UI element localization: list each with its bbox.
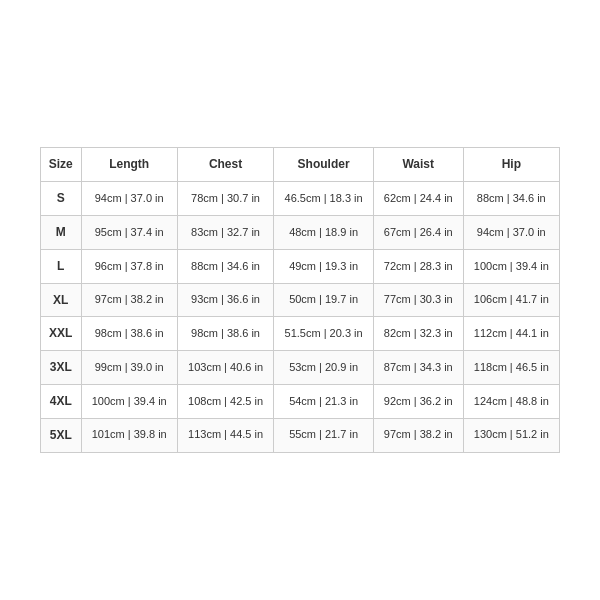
cell-waist-5: 87cm | 34.3 in: [373, 351, 463, 385]
cell-chest-2: 88cm | 34.6 in: [177, 249, 273, 283]
cell-length-1: 95cm | 37.4 in: [81, 216, 177, 250]
cell-length-0: 94cm | 37.0 in: [81, 182, 177, 216]
header-shoulder: Shoulder: [274, 148, 374, 182]
cell-length-7: 101cm | 39.8 in: [81, 418, 177, 452]
table-row: XL97cm | 38.2 in93cm | 36.6 in50cm | 19.…: [41, 283, 560, 317]
header-size: Size: [41, 148, 82, 182]
cell-waist-2: 72cm | 28.3 in: [373, 249, 463, 283]
cell-hip-5: 118cm | 46.5 in: [463, 351, 559, 385]
cell-shoulder-0: 46.5cm | 18.3 in: [274, 182, 374, 216]
cell-shoulder-2: 49cm | 19.3 in: [274, 249, 374, 283]
cell-length-3: 97cm | 38.2 in: [81, 283, 177, 317]
size-chart-wrapper: Size Length Chest Shoulder Waist Hip S94…: [20, 127, 580, 472]
cell-hip-7: 130cm | 51.2 in: [463, 418, 559, 452]
cell-hip-1: 94cm | 37.0 in: [463, 216, 559, 250]
cell-waist-6: 92cm | 36.2 in: [373, 384, 463, 418]
cell-chest-5: 103cm | 40.6 in: [177, 351, 273, 385]
table-row: L96cm | 37.8 in88cm | 34.6 in49cm | 19.3…: [41, 249, 560, 283]
cell-length-2: 96cm | 37.8 in: [81, 249, 177, 283]
cell-size-7: 5XL: [41, 418, 82, 452]
cell-chest-3: 93cm | 36.6 in: [177, 283, 273, 317]
table-row: XXL98cm | 38.6 in98cm | 38.6 in51.5cm | …: [41, 317, 560, 351]
header-length: Length: [81, 148, 177, 182]
table-row: 4XL100cm | 39.4 in108cm | 42.5 in54cm | …: [41, 384, 560, 418]
cell-chest-6: 108cm | 42.5 in: [177, 384, 273, 418]
table-row: S94cm | 37.0 in78cm | 30.7 in46.5cm | 18…: [41, 182, 560, 216]
cell-shoulder-1: 48cm | 18.9 in: [274, 216, 374, 250]
cell-size-6: 4XL: [41, 384, 82, 418]
cell-hip-6: 124cm | 48.8 in: [463, 384, 559, 418]
cell-size-0: S: [41, 182, 82, 216]
table-row: M95cm | 37.4 in83cm | 32.7 in48cm | 18.9…: [41, 216, 560, 250]
cell-waist-3: 77cm | 30.3 in: [373, 283, 463, 317]
cell-length-5: 99cm | 39.0 in: [81, 351, 177, 385]
cell-waist-1: 67cm | 26.4 in: [373, 216, 463, 250]
cell-waist-0: 62cm | 24.4 in: [373, 182, 463, 216]
cell-shoulder-6: 54cm | 21.3 in: [274, 384, 374, 418]
cell-shoulder-5: 53cm | 20.9 in: [274, 351, 374, 385]
cell-size-5: 3XL: [41, 351, 82, 385]
header-hip: Hip: [463, 148, 559, 182]
cell-hip-3: 106cm | 41.7 in: [463, 283, 559, 317]
header-waist: Waist: [373, 148, 463, 182]
cell-length-4: 98cm | 38.6 in: [81, 317, 177, 351]
cell-chest-7: 113cm | 44.5 in: [177, 418, 273, 452]
cell-size-4: XXL: [41, 317, 82, 351]
cell-chest-1: 83cm | 32.7 in: [177, 216, 273, 250]
header-chest: Chest: [177, 148, 273, 182]
cell-shoulder-3: 50cm | 19.7 in: [274, 283, 374, 317]
size-chart-table: Size Length Chest Shoulder Waist Hip S94…: [40, 147, 560, 452]
table-row: 5XL101cm | 39.8 in113cm | 44.5 in55cm | …: [41, 418, 560, 452]
cell-size-1: M: [41, 216, 82, 250]
cell-hip-2: 100cm | 39.4 in: [463, 249, 559, 283]
cell-waist-7: 97cm | 38.2 in: [373, 418, 463, 452]
cell-shoulder-7: 55cm | 21.7 in: [274, 418, 374, 452]
cell-length-6: 100cm | 39.4 in: [81, 384, 177, 418]
cell-chest-0: 78cm | 30.7 in: [177, 182, 273, 216]
cell-size-3: XL: [41, 283, 82, 317]
table-row: 3XL99cm | 39.0 in103cm | 40.6 in53cm | 2…: [41, 351, 560, 385]
cell-waist-4: 82cm | 32.3 in: [373, 317, 463, 351]
header-row: Size Length Chest Shoulder Waist Hip: [41, 148, 560, 182]
cell-hip-0: 88cm | 34.6 in: [463, 182, 559, 216]
cell-shoulder-4: 51.5cm | 20.3 in: [274, 317, 374, 351]
cell-size-2: L: [41, 249, 82, 283]
cell-hip-4: 112cm | 44.1 in: [463, 317, 559, 351]
cell-chest-4: 98cm | 38.6 in: [177, 317, 273, 351]
